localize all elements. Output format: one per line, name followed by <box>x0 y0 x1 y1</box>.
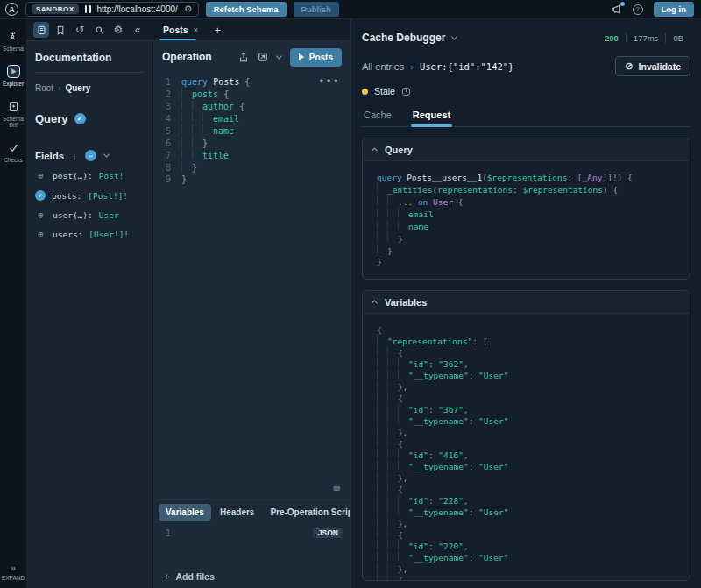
operation-bottom-tabs: Variables Headers Pre-Operation Script P… <box>153 500 350 523</box>
field-row-users[interactable]: ⊕ users: [User!]! <box>35 230 144 239</box>
response-duration: 177ms <box>626 33 666 43</box>
variables-section-code[interactable]: {"representations": [{"id": "362","__typ… <box>363 314 690 580</box>
login-button[interactable]: Log in <box>654 2 695 17</box>
tab-pre-operation-script[interactable]: Pre-Operation Script <box>263 504 350 521</box>
line-actions-ellipsis-icon[interactable]: ••• <box>318 76 340 88</box>
cache-request-tabs: Cache Request <box>362 104 690 127</box>
field-type[interactable]: User <box>99 210 119 220</box>
invalidate-icon: ⊘ <box>625 60 633 72</box>
query-section-header[interactable]: Query <box>363 138 690 161</box>
endpoint-url[interactable]: http://localhost:4000/ <box>97 4 178 14</box>
filter-selected-icon[interactable]: − <box>85 150 96 161</box>
run-operation-button[interactable]: Posts <box>290 48 342 67</box>
settings-gear-icon[interactable]: ⚙ <box>110 22 126 38</box>
response-view-dropdown[interactable]: Cache Debugger <box>362 32 457 44</box>
type-heading: Query ✓ <box>35 112 144 125</box>
sidebar-item-schema[interactable]: Schema <box>3 30 24 53</box>
fields-chevron-down-icon[interactable] <box>103 152 110 158</box>
notification-dot <box>620 2 625 6</box>
response-size: 0B <box>665 33 690 43</box>
history-icon[interactable]: ↺ <box>72 22 88 38</box>
sidebar-item-checks[interactable]: Checks <box>4 141 23 164</box>
sort-icon[interactable]: ↓ <box>72 151 77 161</box>
query-section: Query query Posts__users__1($representat… <box>362 138 690 280</box>
operation-panel: Operation Posts <box>153 41 350 588</box>
endpoint-url-bar[interactable]: SANDBOX http://localhost:4000/ ⚙ <box>25 2 199 17</box>
play-icon <box>299 53 304 60</box>
add-files-button[interactable]: + Add files <box>153 564 350 588</box>
operation-tab-posts[interactable]: Posts × <box>158 19 203 40</box>
expand-sidebar-button[interactable]: » EXPAND <box>2 563 25 581</box>
explorer-toolbar: ↺ ⚙ « Posts × + <box>26 19 350 41</box>
cache-breadcrumb: All entries › User:{"id":"142"} <box>362 61 513 72</box>
announcements-icon[interactable] <box>611 4 622 15</box>
publish-button[interactable]: Publish <box>294 2 339 17</box>
operation-header: Operation Posts <box>153 41 350 73</box>
collapse-chevron-up-icon <box>372 300 378 306</box>
pause-icon[interactable] <box>85 5 91 13</box>
add-field-icon[interactable]: ⊕ <box>35 210 46 220</box>
field-type[interactable]: [Post!]! <box>88 191 128 201</box>
documentation-panel-toggle[interactable] <box>33 22 49 38</box>
variables-editor[interactable]: 1 JSON <box>153 523 350 564</box>
breadcrumb-root[interactable]: Root <box>35 83 53 93</box>
query-section-code[interactable]: query Posts__users__1($representations: … <box>363 161 690 279</box>
connection-settings-gear-icon[interactable]: ⚙ <box>184 4 193 14</box>
collapse-chevron-up-icon <box>372 147 378 153</box>
field-row-posts[interactable]: ✓ posts: [Post!]! <box>35 190 144 201</box>
field-type[interactable]: Post! <box>99 171 124 181</box>
refetch-schema-button[interactable]: Refetch Schema <box>206 2 287 17</box>
clock-icon[interactable] <box>401 87 411 96</box>
response-stats: 200 177ms 0B <box>598 33 690 43</box>
tab-variables[interactable]: Variables <box>159 504 211 521</box>
search-icon[interactable] <box>91 22 107 38</box>
breadcrumb-current: Query <box>65 83 90 93</box>
schema-icon <box>6 30 19 43</box>
expand-icon: » <box>11 563 16 573</box>
cache-debugger-panel: Cache Debugger 200 177ms 0B All entries … <box>350 19 701 588</box>
collapse-panel-icon[interactable]: « <box>130 22 145 38</box>
breadcrumb-entity: User:{"id":"142"} <box>420 61 513 72</box>
documentation-title: Documentation <box>35 52 144 73</box>
field-selected-check-icon[interactable]: ✓ <box>35 190 46 201</box>
left-nav-rail: Schema Explorer Schema Diff Checks <box>0 19 26 588</box>
variables-section-header[interactable]: Variables <box>363 291 690 314</box>
plus-icon: + <box>164 571 169 582</box>
sandbox-badge: SANDBOX <box>32 4 79 14</box>
add-field-icon[interactable]: ⊕ <box>35 230 46 239</box>
share-icon[interactable] <box>238 52 249 63</box>
operation-editor[interactable]: 1query Posts {2posts {3author {4email5na… <box>153 73 350 499</box>
run-options-chevron-down-icon[interactable] <box>276 53 282 59</box>
tab-headers[interactable]: Headers <box>213 504 261 521</box>
doc-breadcrumb: Root › Query <box>35 83 144 93</box>
top-bar: A SANDBOX http://localhost:4000/ ⚙ Refet… <box>0 0 701 19</box>
keyboard-shortcuts-icon[interactable]: ⌨ <box>333 483 340 494</box>
field-row-post[interactable]: ⊕ post(…): Post! <box>35 171 144 181</box>
tab-request[interactable]: Request <box>411 104 452 126</box>
close-tab-icon[interactable]: × <box>194 25 199 35</box>
schema-diff-icon <box>7 100 20 113</box>
invalidate-button[interactable]: ⊘ Invalidate <box>615 56 690 76</box>
operation-title: Operation <box>162 51 230 63</box>
variables-line-number: 1 <box>153 528 171 538</box>
variables-section: Variables {"representations": [{"id": "3… <box>362 290 690 581</box>
bookmark-icon[interactable] <box>53 22 68 38</box>
staleness-label: Stale <box>374 86 395 96</box>
sidebar-item-explorer[interactable]: Explorer <box>3 65 24 88</box>
checks-icon <box>7 141 20 154</box>
add-field-icon[interactable]: ⊕ <box>35 171 46 181</box>
dropdown-chevron-down-icon <box>451 33 457 39</box>
sidebar-item-schema-diff[interactable]: Schema Diff <box>0 100 26 130</box>
stale-status-dot <box>362 89 368 95</box>
explorer-icon <box>7 65 20 78</box>
field-row-user[interactable]: ⊕ user(…): User <box>35 210 144 220</box>
breadcrumb-all-entries[interactable]: All entries <box>362 61 404 72</box>
documentation-panel: Documentation Root › Query Query ✓ Field… <box>26 41 153 588</box>
format-badge[interactable]: JSON <box>313 528 343 538</box>
export-icon[interactable] <box>258 52 268 62</box>
field-type[interactable]: [User!]! <box>89 230 129 239</box>
status-code: 200 <box>598 33 626 43</box>
help-icon[interactable]: ? <box>633 4 643 15</box>
tab-cache[interactable]: Cache <box>362 104 393 126</box>
new-tab-button[interactable]: + <box>207 24 228 37</box>
